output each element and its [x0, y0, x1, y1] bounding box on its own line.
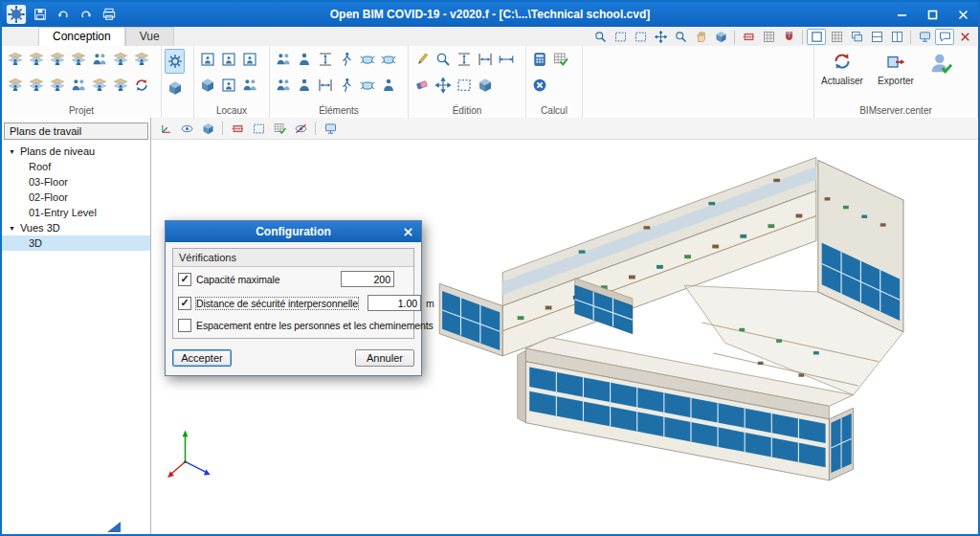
distance-checkbox[interactable] — [178, 297, 191, 310]
axes-button[interactable] — [156, 121, 175, 137]
edition-tool-hspace[interactable] — [475, 47, 495, 72]
projet-tool-10[interactable] — [47, 73, 67, 98]
elements-tool-12[interactable] — [378, 73, 398, 98]
verify-button[interactable] — [550, 47, 570, 72]
actualiser-button[interactable]: Actualiser — [817, 47, 867, 86]
comments-button[interactable] — [935, 29, 954, 45]
minimize-button[interactable] — [886, 2, 917, 27]
locaux-tool-5[interactable] — [218, 73, 238, 98]
zoom-button[interactable] — [671, 29, 690, 45]
edition-tool-vspace[interactable] — [454, 47, 474, 72]
calculate-button[interactable] — [529, 47, 549, 72]
tree-group-vues-3d[interactable]: ▼ Vues 3D — [2, 220, 150, 235]
orbit-3d-button[interactable] — [198, 121, 217, 137]
bimserver-user-button[interactable] — [924, 47, 957, 77]
zoom-frame-button[interactable] — [631, 29, 650, 45]
locaux-tool-4[interactable] — [197, 73, 217, 98]
tags-check-button[interactable] — [270, 121, 289, 137]
tree-item-01-entry-level[interactable]: 01-Entry Level — [2, 205, 150, 220]
locaux-tool-1[interactable] — [197, 47, 217, 72]
elements-tool-9[interactable] — [315, 73, 335, 98]
projet-tool-7[interactable] — [131, 47, 151, 72]
elements-tool-8[interactable] — [294, 73, 314, 98]
undo-button[interactable] — [54, 5, 73, 24]
elements-tool-4[interactable] — [336, 47, 356, 72]
capacite-checkbox[interactable] — [178, 273, 191, 286]
elements-tool-1[interactable] — [273, 47, 293, 72]
exporter-button[interactable]: Exporter — [871, 47, 921, 86]
tree-item-3d[interactable]: 3D — [2, 235, 150, 251]
edition-tool-measure[interactable] — [496, 47, 516, 72]
dialog-close-button[interactable] — [399, 224, 416, 239]
projet-tool-8[interactable] — [5, 73, 25, 98]
espacement-checkbox[interactable] — [178, 319, 191, 332]
search-model-button[interactable] — [590, 29, 610, 45]
elements-tool-7[interactable] — [273, 73, 293, 98]
hide-elements-button[interactable] — [291, 121, 310, 137]
references-button[interactable] — [249, 121, 268, 137]
projet-tool-5[interactable] — [89, 47, 109, 72]
projet-tool-9[interactable] — [26, 73, 46, 98]
tab-conception[interactable]: Conception — [38, 27, 125, 46]
print-view-button[interactable] — [321, 121, 340, 137]
redo-button[interactable] — [77, 5, 96, 24]
distance-input[interactable] — [368, 295, 421, 311]
window-grid-button[interactable] — [827, 29, 846, 45]
save-button[interactable] — [31, 5, 50, 24]
edition-tool-solid[interactable] — [475, 73, 495, 98]
projet-tool-6[interactable] — [110, 47, 130, 72]
section-button[interactable] — [739, 29, 758, 45]
projet-tool-4[interactable] — [68, 47, 88, 72]
edition-tool-move[interactable] — [433, 73, 453, 98]
elements-tool-10[interactable] — [336, 73, 356, 98]
window-single-button[interactable] — [807, 29, 826, 45]
edition-tool-search[interactable] — [433, 47, 453, 72]
visibility-button[interactable] — [177, 121, 196, 137]
projet-tool-11[interactable] — [68, 73, 88, 98]
orbit-button[interactable] — [711, 29, 730, 45]
projet-tool-3[interactable] — [47, 47, 67, 72]
monitor-button[interactable] — [915, 29, 934, 45]
pan-button[interactable] — [691, 29, 710, 45]
accept-button[interactable]: Accepter — [172, 349, 232, 367]
cancel-button[interactable]: Annuler — [355, 349, 414, 367]
elements-tool-6[interactable] — [378, 47, 398, 72]
locaux-tool-6[interactable] — [239, 73, 259, 98]
edition-tool-frame[interactable] — [454, 73, 474, 98]
tree-item-02-floor[interactable]: 02-Floor — [2, 190, 150, 205]
dialog-titlebar[interactable]: Configuration — [166, 221, 421, 242]
window-split-v-button[interactable] — [887, 29, 906, 45]
close-button[interactable] — [947, 2, 978, 27]
projet-tool-2[interactable] — [26, 47, 46, 72]
window-cascade-button[interactable] — [847, 29, 866, 45]
snap-button[interactable] — [779, 29, 798, 45]
edition-tool-delete[interactable] — [412, 73, 432, 98]
print-button[interactable] — [100, 5, 119, 24]
close-view-button[interactable] — [955, 29, 974, 45]
maximize-button[interactable] — [917, 2, 947, 27]
tab-vue[interactable]: Vue — [125, 27, 174, 46]
delete-results-button[interactable] — [529, 73, 549, 98]
window-split-h-button[interactable] — [867, 29, 886, 45]
layers-button[interactable] — [759, 29, 778, 45]
configuration-button[interactable] — [165, 49, 185, 74]
projet-tool-13[interactable] — [110, 73, 130, 98]
tree-item-roof[interactable]: Roof — [2, 159, 150, 174]
projet-tool-12[interactable] — [89, 73, 109, 98]
elements-tool-3[interactable] — [315, 47, 335, 72]
elements-tool-11[interactable] — [357, 73, 377, 98]
zoom-window-button[interactable] — [611, 29, 630, 45]
zoom-extents-button[interactable] — [651, 29, 670, 45]
projet-tool-14[interactable] — [131, 73, 151, 98]
3d-view-button[interactable] — [165, 76, 185, 100]
locaux-tool-3[interactable] — [239, 47, 259, 72]
tree-item-03-floor[interactable]: 03-Floor — [2, 174, 150, 190]
projet-tool-1[interactable] — [5, 47, 25, 72]
capacite-input[interactable] — [341, 271, 394, 287]
edition-tool-edit[interactable] — [412, 47, 432, 72]
tree-group-plans-de-niveau[interactable]: ▼ Plans de niveau — [2, 144, 150, 159]
elements-tool-5[interactable] — [357, 47, 377, 72]
locaux-tool-2[interactable] — [218, 47, 238, 72]
section-view-button[interactable] — [228, 121, 247, 137]
elements-tool-2[interactable] — [294, 47, 314, 72]
